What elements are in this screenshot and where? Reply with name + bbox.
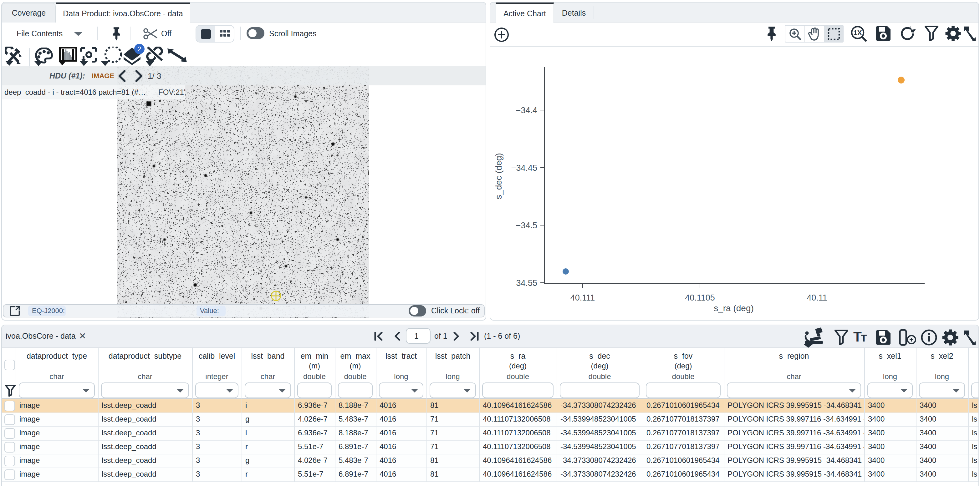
svg-text:−34.55: −34.55: [511, 278, 537, 288]
svg-text:s_dec (deg): s_dec (deg): [494, 153, 503, 199]
svg-text:1X: 1X: [854, 29, 862, 37]
svg-text:−34.4: −34.4: [516, 106, 537, 115]
svg-text:40.111: 40.111: [570, 293, 595, 302]
svg-text:−34.5: −34.5: [516, 221, 537, 230]
svg-text:−34.45: −34.45: [511, 163, 537, 173]
svg-text:40.1105: 40.1105: [685, 293, 715, 302]
svg-text:s_ra (deg): s_ra (deg): [714, 303, 754, 313]
svg-text:40.11: 40.11: [807, 293, 827, 302]
